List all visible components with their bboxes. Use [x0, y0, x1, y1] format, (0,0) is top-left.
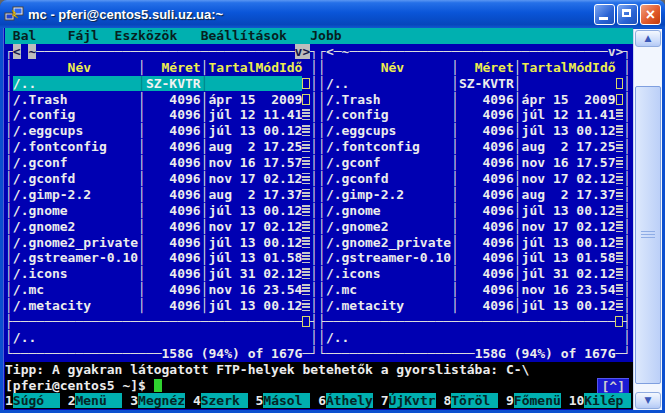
- fkey-6-button[interactable]: 6Áthely: [318, 393, 373, 408]
- fkey-7-button[interactable]: 7ÚjKvtr: [381, 393, 436, 408]
- terminal-row: 1Súgó 2Menü 3Megnéz 4Szerk 5Másol 6Áthel…: [5, 393, 633, 409]
- column-header-mtime[interactable]: TartalMódIdő: [209, 60, 303, 75]
- right-panel-separator: ├─────────────────────────────────────┤: [318, 314, 631, 329]
- left-file-row[interactable]: │/.gnome │ 4096│júl 13 00.12│: [5, 203, 318, 218]
- terminal-row: │/.metacity │ 4096│júl 13 00.12││/.metac…: [5, 298, 633, 314]
- left-file-row[interactable]: │/.. │SZ-KVTR│ │: [5, 76, 318, 91]
- left-mini-status-row: │/.. │: [5, 330, 318, 345]
- left-file-row[interactable]: │/.metacity │ 4096│júl 13 00.12│: [5, 298, 318, 313]
- hint-text: Tipp: A gyakran látogatott FTP-helyek be…: [5, 362, 529, 377]
- title-bar[interactable]: mc - pferi@centos5.suli.uz.ua:~: [0, 0, 665, 28]
- left-file-row[interactable]: │/.gnome2_private│ 4096│júl 13 00.12│: [5, 235, 318, 250]
- fkey-5-button[interactable]: 5Másol: [256, 393, 311, 408]
- column-header-name[interactable]: Név: [13, 60, 138, 75]
- right-file-row[interactable]: │/.gnome │ 4096│júl 13 00.12│: [318, 203, 631, 218]
- right-file-row[interactable]: │/.eggcups │ 4096│júl 13 00.12│: [318, 123, 631, 138]
- fkey-4-button[interactable]: 4Szerk: [193, 393, 248, 408]
- right-file-row[interactable]: │/.mc │ 4096│nov 16 23.54│: [318, 282, 631, 297]
- left-file-row[interactable]: │/.icons │ 4096│júl 31 02.12│: [5, 266, 318, 281]
- left-file-row[interactable]: │/.gconf │ 4096│nov 16 17.57│: [5, 155, 318, 170]
- menu-item-fajl[interactable]: Fájl: [68, 28, 99, 43]
- right-file-row[interactable]: │/.gstreamer-0.10│ 4096│júl 13 01.58│: [318, 250, 631, 265]
- terminal-row: │/.gconf │ 4096│nov 16 17.57││/.gconf │ …: [5, 155, 633, 171]
- left-panel-separator: ├─────────────────────────────────────┤: [5, 314, 318, 329]
- terminal-row: │/.Trash │ 4096│ápr 15 2009││/.Trash │ 4…: [5, 92, 633, 108]
- right-file-row[interactable]: │/.gconf │ 4096│nov 16 17.57│: [318, 155, 631, 170]
- right-file-row[interactable]: │/.gnome2_private│ 4096│júl 13 00.12│: [318, 235, 631, 250]
- terminal-row: │/.gnome2 │ 4096│nov 17 02.12││/.gnome2 …: [5, 219, 633, 235]
- terminal-row: [pferi@centos5 ~]$ [^]: [5, 378, 633, 394]
- maximize-button[interactable]: [617, 4, 638, 25]
- left-file-row[interactable]: │/.Trash │ 4096│ápr 15 2009│: [5, 92, 318, 107]
- scroll-down-icon[interactable]: ▼: [635, 392, 661, 409]
- terminal-row: │/.gstreamer-0.10│ 4096│júl 13 01.58││/.…: [5, 250, 633, 266]
- terminal-row: ┌< ~─────────────────────────────────v>┐…: [5, 44, 633, 60]
- terminal-row: │/.icons │ 4096│júl 31 02.12││/.icons │ …: [5, 266, 633, 282]
- terminal-row: │/.gnome2_private│ 4096│júl 13 00.12││/.…: [5, 235, 633, 251]
- right-file-row[interactable]: │/.Trash │ 4096│ápr 15 2009│: [318, 92, 631, 107]
- menu-item-beallitasok[interactable]: Beállítások: [201, 28, 287, 43]
- terminal-row: │/.fontconfig │ 4096│aug 2 17.25││/.font…: [5, 139, 633, 155]
- right-file-row[interactable]: │/.gimp-2.2 │ 4096│aug 2 17.37│: [318, 187, 631, 202]
- right-mini-status-row: │/.. │: [318, 330, 631, 345]
- terminal-row: │/.eggcups │ 4096│júl 13 00.12││/.eggcup…: [5, 123, 633, 139]
- close-button[interactable]: [640, 4, 661, 25]
- fkey-10-button[interactable]: 10Kilép: [569, 393, 632, 408]
- terminal-screen: Bal Fájl Eszközök Beállítások Jobb┌< ~──…: [3, 28, 633, 410]
- scroll-thumb-grip: [641, 231, 655, 239]
- left-file-row[interactable]: │/.fontconfig │ 4096│aug 2 17.25│: [5, 139, 318, 154]
- mini-status: /..: [326, 330, 623, 345]
- fkey-8-button[interactable]: 8Töröl: [443, 393, 498, 408]
- terminal-row: │/.gconfd │ 4096│nov 17 02.12││/.gconfd …: [5, 171, 633, 187]
- right-panel-bottom: └───────────────────158G (94%) of 167G─┘: [318, 346, 631, 361]
- column-header-mtime[interactable]: TartalMódIdő: [522, 60, 616, 75]
- minimize-button[interactable]: [594, 4, 615, 25]
- terminal-row: │/.config │ 4096│júl 12 11.41││/.config …: [5, 107, 633, 123]
- terminal-row: Bal Fájl Eszközök Beállítások Jobb: [5, 28, 633, 44]
- menu-item-jobb[interactable]: Jobb: [310, 28, 341, 43]
- terminal-row: │/.. │SZ-KVTR│ ││/.. │SZ-KVTR│ │: [5, 76, 633, 92]
- shell-prompt[interactable]: [pferi@centos5 ~]$: [5, 378, 154, 393]
- fkey-3-button[interactable]: 3Megnéz: [130, 393, 185, 408]
- right-panel-top: ┌<─~─────────────────────────────────v>┐: [318, 44, 631, 59]
- window-title: mc - pferi@centos5.suli.uz.ua:~: [28, 7, 594, 22]
- left-file-row[interactable]: │/.mc │ 4096│nov 16 23.54│: [5, 282, 318, 297]
- left-file-row[interactable]: │/.gimp-2.2 │ 4096│aug 2 17.37│: [5, 187, 318, 202]
- panel-menu-hotspot[interactable]: v>: [295, 44, 311, 59]
- fkey-2-button[interactable]: 2Menü: [68, 393, 123, 408]
- terminal-row: │/.. ││/.. │: [5, 330, 633, 346]
- fkey-1-button[interactable]: 1Súgó: [5, 393, 60, 408]
- panel-decor[interactable]: <─~: [326, 44, 349, 59]
- left-file-row[interactable]: │/.gnome2 │ 4096│nov 17 02.12│: [5, 219, 318, 234]
- terminal-row: Tipp: A gyakran látogatott FTP-helyek be…: [5, 362, 633, 378]
- menu-item-eszkozok[interactable]: Eszközök: [115, 28, 178, 43]
- disk-usage: 158G (94%) of 167G: [162, 346, 303, 361]
- right-file-row[interactable]: │/.. │SZ-KVTR│ │: [318, 76, 631, 91]
- right-file-row[interactable]: │/.config │ 4096│júl 12 11.41│: [318, 107, 631, 122]
- mini-status: /..: [13, 330, 310, 345]
- fkey-9-button[interactable]: 9Főmenü: [506, 393, 561, 408]
- scroll-thumb[interactable]: [635, 86, 661, 384]
- right-file-row[interactable]: │/.icons │ 4096│júl 31 02.12│: [318, 266, 631, 281]
- left-file-row[interactable]: │/.gconfd │ 4096│nov 17 02.12│: [5, 171, 318, 186]
- right-file-row[interactable]: │/.metacity │ 4096│júl 13 00.12│: [318, 298, 631, 313]
- right-file-row[interactable]: │/.gnome2 │ 4096│nov 17 02.12│: [318, 219, 631, 234]
- left-file-row[interactable]: │/.eggcups │ 4096│júl 13 00.12│: [5, 123, 318, 138]
- panel-back-hotspot[interactable]: <: [13, 44, 21, 59]
- scroll-up-icon[interactable]: ▲: [635, 30, 661, 47]
- putty-window: mc - pferi@centos5.suli.uz.ua:~ Bal Fájl…: [0, 0, 665, 413]
- terminal-row: │ Név │ Méret│TartalMódIdő ││ Név │ Mére…: [5, 60, 633, 76]
- column-header-size[interactable]: Méret: [459, 60, 514, 75]
- terminal-row: │/.mc │ 4096│nov 16 23.54││/.mc │ 4096│n…: [5, 282, 633, 298]
- left-file-row[interactable]: │/.config │ 4096│júl 12 11.41│: [5, 107, 318, 122]
- right-file-row[interactable]: │/.gconfd │ 4096│nov 17 02.12│: [318, 171, 631, 186]
- left-file-row[interactable]: │/.gstreamer-0.10│ 4096│júl 13 01.58│: [5, 250, 318, 265]
- column-header-name[interactable]: Név: [326, 60, 451, 75]
- window-scrollbar[interactable]: ▲ ▼: [633, 29, 662, 410]
- disk-usage: 158G (94%) of 167G: [475, 346, 616, 361]
- column-header-size[interactable]: Méret: [146, 60, 201, 75]
- panel-menu-hotspot[interactable]: v>: [608, 44, 624, 59]
- right-file-row[interactable]: │/.fontconfig │ 4096│aug 2 17.25│: [318, 139, 631, 154]
- menu-item-bal[interactable]: Bal: [13, 28, 36, 43]
- scroll-indicator-badge[interactable]: [^]: [597, 378, 629, 394]
